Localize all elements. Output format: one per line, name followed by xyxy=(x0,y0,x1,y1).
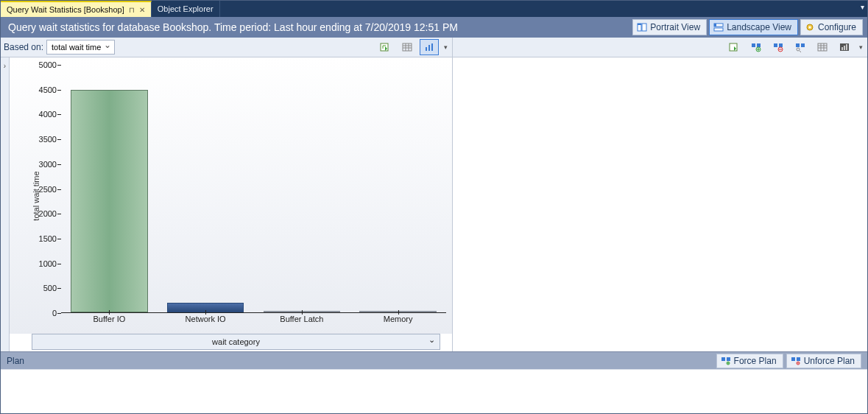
title-bar: Query wait statistics for database Books… xyxy=(1,17,867,38)
svg-rect-25 xyxy=(796,43,800,47)
svg-rect-40 xyxy=(791,357,795,361)
chart-area: › total wait time 0500100015002000250030… xyxy=(1,57,452,351)
close-icon[interactable]: ✕ xyxy=(139,6,145,14)
track-query-button[interactable] xyxy=(747,39,766,55)
svg-rect-21 xyxy=(774,43,777,47)
based-on-dropdown[interactable]: total wait time xyxy=(46,40,115,55)
track-icon xyxy=(750,42,762,52)
svg-rect-8 xyxy=(381,43,388,51)
plot-box xyxy=(61,65,446,313)
wait-category-dropdown[interactable]: wait category xyxy=(32,334,440,350)
y-tick: 3000 xyxy=(39,160,57,169)
details-dropdown-arrow-icon[interactable]: ▾ xyxy=(857,39,864,55)
document-tabstrip: Query Wait Statistics [Bookshop] ⊓ ✕ Obj… xyxy=(1,1,867,17)
configure-label: Configure xyxy=(818,22,856,32)
gear-icon xyxy=(805,23,815,32)
svg-rect-34 xyxy=(841,47,843,50)
bar-chart-dark-icon xyxy=(839,42,850,52)
x-tick: Buffer IO xyxy=(93,315,125,323)
grid-button[interactable] xyxy=(398,39,417,55)
svg-point-27 xyxy=(797,48,800,51)
bar[interactable] xyxy=(71,90,148,312)
chart-button[interactable] xyxy=(420,39,439,55)
grid-icon xyxy=(816,42,828,52)
unforce-plan-icon xyxy=(791,357,801,365)
unforce-plan-label: Unforce Plan xyxy=(804,356,855,366)
y-ticks: 0500100015002000250030003500400045005000 xyxy=(32,65,57,313)
details-panel: ▾ xyxy=(453,38,867,351)
svg-rect-35 xyxy=(844,46,845,50)
svg-rect-18 xyxy=(752,43,755,47)
svg-rect-19 xyxy=(757,43,761,47)
plot-region[interactable]: total wait time 050010001500200025003000… xyxy=(10,57,452,334)
y-tick: 1000 xyxy=(39,259,57,268)
detail-icon xyxy=(794,42,806,52)
svg-rect-14 xyxy=(426,47,427,51)
x-tick: Network IO xyxy=(186,315,226,323)
svg-rect-36 xyxy=(846,44,847,50)
svg-point-7 xyxy=(808,27,811,29)
chart-dropdown-arrow-icon[interactable]: ▾ xyxy=(442,39,449,55)
y-tick: 500 xyxy=(43,284,57,292)
y-tick: 4000 xyxy=(39,110,57,119)
bar-chart-icon xyxy=(423,42,435,52)
svg-rect-26 xyxy=(801,43,805,47)
plan-title: Plan xyxy=(7,356,24,366)
x-axis-label: wait category xyxy=(212,337,260,346)
force-plan-label: Force Plan xyxy=(734,356,777,366)
force-plan-button[interactable]: Force Plan xyxy=(716,354,783,368)
plan-content-area xyxy=(1,369,867,413)
landscape-label: Landscape View xyxy=(727,22,791,32)
tab-label: Query Wait Statistics [Bookshop] xyxy=(7,5,124,14)
refresh-icon xyxy=(728,42,740,52)
plan-bar: Plan Force Plan Unforce Plan xyxy=(1,351,867,369)
svg-rect-4 xyxy=(714,28,723,31)
svg-rect-17 xyxy=(730,43,737,51)
based-on-label: Based on: xyxy=(4,42,43,52)
collapse-handle[interactable]: › xyxy=(1,57,10,351)
details-toolbar: ▾ xyxy=(453,38,867,57)
view-query-button[interactable] xyxy=(769,39,788,55)
tabstrip-overflow-dropdown-icon[interactable]: ▾ xyxy=(861,3,864,11)
svg-rect-16 xyxy=(431,43,433,51)
svg-rect-5 xyxy=(714,24,716,27)
y-tick: 2000 xyxy=(39,209,57,218)
pin-icon[interactable]: ⊓ xyxy=(129,6,135,14)
unforce-plan-button[interactable]: Unforce Plan xyxy=(786,354,861,368)
details-refresh-button[interactable] xyxy=(724,39,744,55)
based-on-value: total wait time xyxy=(52,43,101,52)
svg-rect-1 xyxy=(642,24,646,31)
svg-rect-28 xyxy=(818,43,827,51)
svg-rect-9 xyxy=(403,43,412,51)
details-chart-button[interactable] xyxy=(835,39,854,55)
tab-query-wait-statistics[interactable]: Query Wait Statistics [Bookshop] ⊓ ✕ xyxy=(1,1,152,17)
refresh-icon xyxy=(379,42,391,52)
x-tick: Buffer Latch xyxy=(280,315,323,323)
x-tick: Memory xyxy=(384,315,413,323)
svg-rect-38 xyxy=(727,357,730,361)
y-tick: 4500 xyxy=(39,85,57,94)
tab-object-explorer[interactable]: Object Explorer xyxy=(152,1,220,17)
view-mode-buttons: Portrait View Landscape View Configure xyxy=(632,19,863,35)
tab-label: Object Explorer xyxy=(158,4,214,13)
grid-icon xyxy=(401,42,413,52)
svg-rect-2 xyxy=(638,24,641,25)
portrait-icon xyxy=(637,23,647,32)
chart-toolbar: Based on: total wait time ▾ xyxy=(1,38,452,57)
y-tick: 3500 xyxy=(39,135,57,144)
refresh-button[interactable] xyxy=(375,39,395,55)
svg-rect-41 xyxy=(797,357,800,361)
portrait-label: Portrait View xyxy=(650,22,700,32)
svg-rect-37 xyxy=(721,357,725,361)
main-split: Based on: total wait time ▾ › total wait… xyxy=(1,38,867,351)
portrait-view-button[interactable]: Portrait View xyxy=(632,19,707,35)
svg-rect-15 xyxy=(428,45,430,51)
details-grid-button[interactable] xyxy=(813,39,832,55)
y-tick: 0 xyxy=(52,309,57,317)
configure-button[interactable]: Configure xyxy=(800,19,863,35)
force-plan-icon xyxy=(721,357,731,365)
landscape-icon xyxy=(713,23,724,32)
page-title: Query wait statistics for database Books… xyxy=(8,21,458,33)
detailed-grid-button[interactable] xyxy=(791,39,810,55)
landscape-view-button[interactable]: Landscape View xyxy=(709,19,798,35)
